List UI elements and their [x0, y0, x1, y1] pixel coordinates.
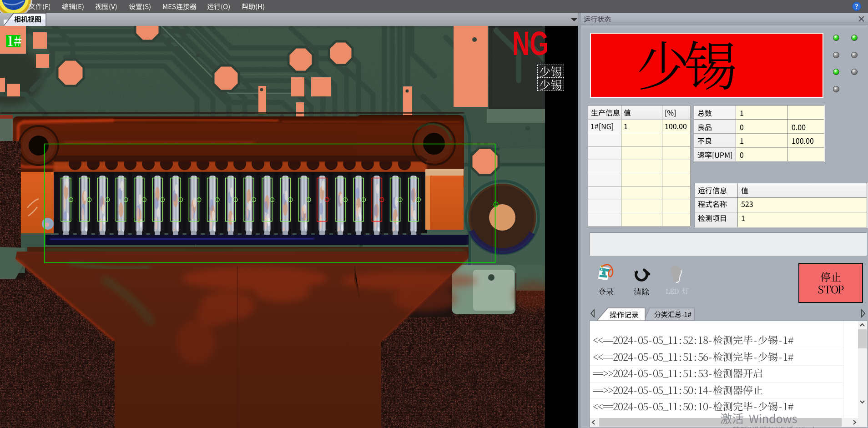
svg-text:?: ?	[855, 3, 858, 10]
